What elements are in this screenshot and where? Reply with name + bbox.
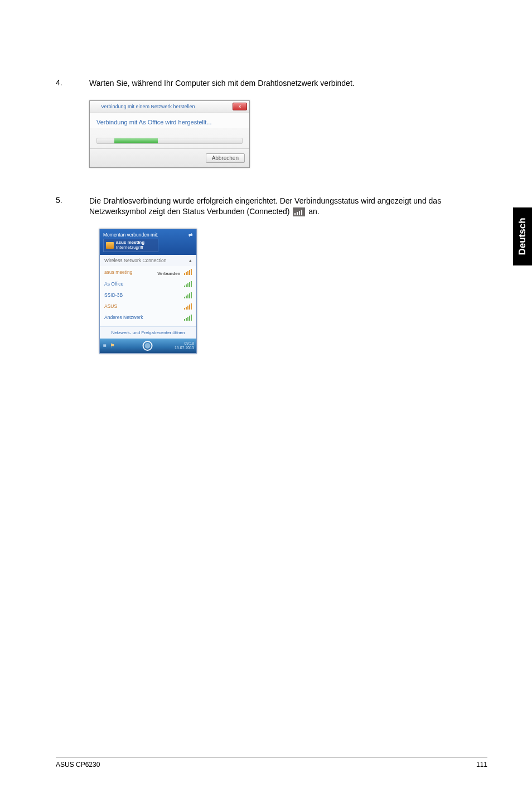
step-4: 4. Warten Sie, während Ihr Computer sich…	[56, 78, 487, 89]
network-list: asus meeting Verbunden As Office SSID-3B…	[100, 266, 196, 326]
tray-arrow-icon[interactable]: ≡	[103, 342, 107, 349]
step-number: 4.	[56, 78, 89, 89]
connected-network-block: asus meeting Internetzugriff	[103, 239, 158, 252]
taskbar-clock: 09:18 15.07.2013	[175, 341, 194, 350]
network-name: asus meeting	[104, 269, 133, 275]
open-network-center-link[interactable]: Netzwerk- und Freigabecenter öffnen	[100, 326, 196, 339]
signal-bars-icon	[293, 207, 305, 216]
close-icon[interactable]: x	[233, 103, 247, 110]
cancel-button[interactable]: Abbrechen	[206, 153, 245, 163]
dialog-body-text: Verbindung mit As Office wird hergestell…	[90, 113, 249, 128]
callout-circle	[142, 341, 152, 351]
dialog-titlebar: Verbindung mit einem Netzwerk herstellen…	[90, 101, 249, 113]
signal-icon	[184, 292, 192, 298]
list-item[interactable]: ASUS	[104, 301, 192, 312]
network-status-icon	[106, 242, 114, 249]
section-title: Wireless Network Connection ▴	[100, 255, 196, 266]
language-tab: Deutsch	[513, 207, 532, 265]
list-item[interactable]: As Office	[104, 278, 192, 289]
step-text: Warten Sie, während Ihr Computer sich mi…	[89, 78, 487, 89]
window-icon	[92, 103, 99, 110]
network-tray-icon[interactable]	[144, 343, 150, 349]
taskbar-date: 15.07.2013	[175, 346, 194, 350]
progress-fill	[114, 138, 158, 143]
dialog-title: Verbindung mit einem Netzwerk herstellen	[101, 104, 195, 109]
connecting-dialog: Verbindung mit einem Netzwerk herstellen…	[89, 100, 250, 168]
step-number: 5.	[56, 196, 89, 218]
dialog-footer: Abbrechen	[90, 148, 249, 167]
step-text: Die Drahtlosverbindung wurde erfolgreich…	[89, 196, 487, 218]
signal-icon	[184, 268, 192, 275]
refresh-icon[interactable]: ⇄	[188, 232, 193, 238]
network-name: ASUS	[104, 303, 117, 309]
network-popup: Momentan verbunden mit: asus meeting Int…	[99, 229, 197, 354]
popup-header: Momentan verbunden mit: asus meeting Int…	[100, 229, 196, 255]
header-top-text: Momentan verbunden mit:	[103, 232, 158, 238]
signal-icon	[184, 303, 192, 310]
step-text-part1: Die Drahtlosverbindung wurde erfolgreich…	[89, 196, 441, 216]
collapse-arrow-icon[interactable]: ▴	[189, 258, 192, 263]
taskbar-time: 09:18	[175, 341, 194, 346]
list-item[interactable]: asus meeting Verbunden	[104, 266, 192, 278]
step-text-part2: an.	[308, 207, 319, 216]
connected-network-sub: Internetzugriff	[116, 245, 144, 250]
network-status: Verbunden	[157, 271, 180, 276]
page-footer: ASUS CP6230 111	[56, 757, 487, 769]
list-item[interactable]: Anderes Netzwerk	[104, 312, 192, 323]
net-text: asus meeting Internetzugriff	[116, 240, 144, 250]
tray-flag-icon[interactable]: ⚑	[110, 342, 115, 349]
footer-page-number: 111	[476, 761, 487, 769]
step-5: 5. Die Drahtlosverbindung wurde erfolgre…	[56, 196, 487, 218]
language-label: Deutsch	[517, 218, 528, 255]
network-name: Anderes Netzwerk	[104, 315, 143, 320]
taskbar-tray-icons: ≡ ⚑	[103, 342, 115, 349]
signal-icon	[184, 281, 192, 287]
network-name: As Office	[104, 281, 123, 287]
network-name: SSID-3B	[104, 292, 123, 298]
list-item[interactable]: SSID-3B	[104, 289, 192, 301]
progress-bar	[96, 138, 243, 144]
popup-header-left: Momentan verbunden mit: asus meeting Int…	[103, 232, 158, 252]
signal-icon	[184, 314, 192, 321]
footer-product: ASUS CP6230	[56, 761, 100, 769]
section-label: Wireless Network Connection	[104, 258, 166, 263]
taskbar: ≡ ⚑ 09:18 15.07.2013	[100, 339, 196, 353]
